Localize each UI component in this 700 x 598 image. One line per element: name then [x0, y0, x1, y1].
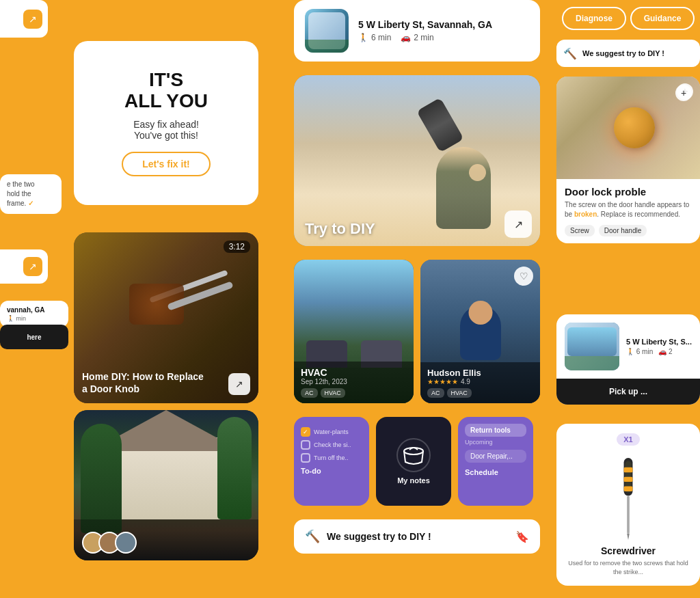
hvac-card: HVAC Sep 12th, 2023 AC HVAC [294, 260, 414, 403]
hudson-heart-btn[interactable]: ♡ [514, 267, 533, 286]
hudson-tags: AC HVAC [427, 388, 533, 398]
door-knob-card: 3:12 Home DIY: How to Replace a Door Kno… [74, 232, 258, 403]
mid-row: HVAC Sep 12th, 2023 AC HVAC ♡ Hudson Ell… [294, 260, 540, 403]
left-top-arrow-btn[interactable]: ↗ [23, 10, 42, 29]
liberty-pickup-address: 5 W Liberty St, S... [626, 338, 692, 346]
suggest-right-banner[interactable]: 🔨 We suggest try to DIY ! [556, 40, 700, 67]
liberty-pickup-thumbnail [565, 323, 619, 370]
liberty-pickup-transport: 🚶 6 min 🚗 2 [626, 348, 692, 355]
avatar-3 [115, 532, 137, 554]
schedule-door-repair: Door Repair,.. [465, 450, 526, 463]
hvac-label-area: HVAC Sep 12th, 2023 AC HVAC [294, 362, 414, 403]
schedule-title: Schedule [465, 468, 526, 476]
todo-text-1: Water-plants [314, 429, 349, 435]
lets-fix-button[interactable]: Let's fix it! [122, 152, 210, 176]
left-mid-text-card: e the two hold the frame. ✓ [0, 174, 62, 214]
liberty-pickup-info: 5 W Liberty St, S... 🚶 6 min 🚗 2 [626, 338, 692, 355]
schedule-upcoming: Upcoming [465, 439, 526, 446]
drive-time: 🚗 2 min [401, 33, 433, 42]
door-tag-screw: Screw [565, 225, 595, 236]
suggest-right-hammer-icon: 🔨 [563, 47, 577, 60]
house-avatars [82, 532, 131, 554]
diy-arrow-btn[interactable]: ↗ [504, 210, 532, 238]
its-all-you-subtitle: Easy fix ahead!You've got this! [133, 119, 199, 141]
liberty-pickup-button[interactable]: Pick up ... [556, 379, 700, 405]
liberty-address: 5 W Liberty St, Savannah, GA [358, 19, 492, 30]
suggest-right-text: We suggest try to DIY ! [582, 49, 664, 57]
hudson-tag-ac: AC [427, 388, 444, 398]
tab-guidance[interactable]: Guidance [630, 7, 695, 30]
svg-rect-6 [627, 495, 630, 533]
diy-card: Try to DIY ↗ [294, 75, 540, 246]
todo-check-2 [301, 440, 310, 450]
house-card [74, 410, 258, 560]
hudson-rating: 4.9 [461, 378, 470, 385]
go-here-button[interactable]: here [0, 325, 68, 349]
door-tag-handle: Door handle [599, 225, 647, 236]
hvac-date: Sep 12th, 2023 [301, 378, 407, 385]
liberty-pickup-top: 5 W Liberty St, S... 🚶 6 min 🚗 2 [556, 314, 700, 379]
svg-point-0 [404, 448, 423, 454]
notes-label: My notes [397, 476, 430, 485]
door-lock-title: Door lock proble [565, 186, 692, 198]
svg-rect-4 [624, 477, 633, 482]
suggest-hammer-icon: 🔨 [305, 529, 320, 544]
left-mid-arrow-btn[interactable]: ↗ [23, 257, 42, 276]
left-location-card: vannah, GA 🚶 min [0, 301, 68, 327]
svg-marker-7 [627, 534, 630, 540]
screwdriver-desc: Used for to remove the two screws that h… [566, 559, 690, 576]
x1-badge: X1 [617, 433, 639, 446]
door-lock-content: Door lock proble The screw on the door h… [556, 179, 700, 243]
door-knob-arrow-btn[interactable]: ↗ [228, 373, 250, 395]
notes-icon [396, 438, 431, 472]
hudson-stars: ★★★★★ [427, 378, 458, 385]
left-top-card: ↗ [0, 0, 48, 38]
hvac-tag-ac: AC [301, 388, 318, 398]
diy-label: Try to DIY [305, 220, 375, 238]
hvac-title: HVAC [301, 367, 407, 378]
notes-bucket-icon [401, 443, 426, 467]
todo-text-2: Check the si.. [314, 441, 351, 448]
walk-time: 🚶 6 min [358, 33, 391, 42]
hudson-name: Hudson Ellis [427, 368, 533, 378]
its-all-you-title: IT'S ALL YOU [124, 70, 208, 112]
todo-item-2: Check the si.. [301, 440, 362, 450]
suggest-bottom-banner[interactable]: 🔨 We suggest try to DIY ! 🔖 [294, 519, 540, 554]
door-lock-card: + Door lock proble The screw on the door… [556, 77, 700, 243]
tabs-row: Diagnose Guidance [556, 7, 700, 30]
bottom-row: Water-plants Check the si.. Turn off the… [294, 417, 540, 506]
hudson-info: Hudson Ellis ★★★★★ 4.9 AC HVAC [420, 362, 540, 403]
hudson-tag-hvac: HVAC [447, 388, 472, 398]
hudson-card: ♡ Hudson Ellis ★★★★★ 4.9 AC HVAC [420, 260, 540, 403]
bookmark-icon[interactable]: 🔖 [515, 530, 529, 543]
todo-item-3: Turn off the.. [301, 453, 362, 463]
video-timer: 3:12 [224, 241, 250, 253]
todo-check-1 [301, 427, 310, 437]
schedule-card: Return tools Upcoming Door Repair,.. Sch… [458, 417, 533, 506]
its-all-you-card: IT'S ALL YOU Easy fix ahead!You've got t… [74, 41, 258, 205]
todo-item-1: Water-plants [301, 427, 362, 437]
liberty-address-card: 5 W Liberty St, Savannah, GA 🚶 6 min 🚗 2… [294, 0, 540, 62]
hvac-tags: AC HVAC [301, 388, 407, 398]
door-lock-image: + [556, 77, 700, 179]
left-mid-arrow-card: ↗ [0, 249, 48, 284]
todo-card: Water-plants Check the si.. Turn off the… [294, 417, 369, 506]
screwdriver-visual [566, 458, 690, 540]
liberty-pickup-card: 5 W Liberty St, S... 🚶 6 min 🚗 2 Pick up… [556, 314, 700, 405]
screwdriver-card: X1 Screwdriver Used for to remove the tw… [556, 424, 700, 586]
suggest-text: We suggest try to DIY ! [327, 531, 509, 542]
todo-text-3: Turn off the.. [314, 454, 349, 461]
screwdriver-name: Screwdriver [566, 545, 690, 556]
tab-diagnose[interactable]: Diagnose [562, 7, 626, 30]
todo-title: To-do [301, 467, 362, 475]
schedule-return-label: Return tools [465, 424, 526, 437]
door-lock-tags: Screw Door handle [565, 225, 692, 236]
door-lock-desc: The screw on the door handle appears to … [565, 200, 692, 219]
notes-card[interactable]: My notes [376, 417, 451, 506]
svg-rect-3 [624, 467, 633, 472]
svg-rect-5 [624, 487, 633, 491]
screwdriver-svg-icon [618, 458, 638, 540]
hvac-tag-hvac: HVAC [321, 388, 345, 398]
door-knob-label: Home DIY: How to Replace a Door Knob [82, 370, 204, 395]
liberty-info: 5 W Liberty St, Savannah, GA 🚶 6 min 🚗 2… [358, 19, 492, 42]
